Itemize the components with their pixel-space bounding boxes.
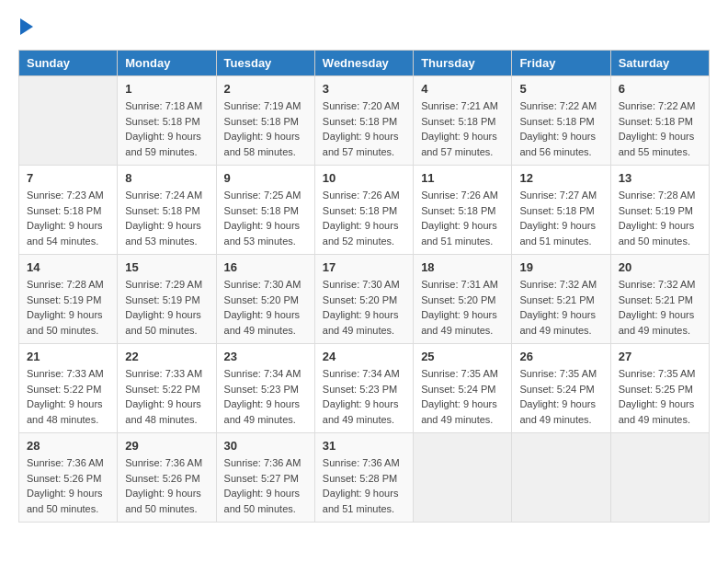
calendar-cell: 15Sunrise: 7:29 AMSunset: 5:19 PMDayligh… (118, 255, 216, 344)
day-info: Sunrise: 7:29 AMSunset: 5:19 PMDaylight:… (125, 277, 208, 338)
day-info: Sunrise: 7:36 AMSunset: 5:27 PMDaylight:… (224, 455, 307, 516)
day-number: 19 (519, 260, 602, 274)
day-number: 10 (323, 171, 405, 185)
day-info: Sunrise: 7:35 AMSunset: 5:24 PMDaylight:… (519, 366, 602, 427)
day-info: Sunrise: 7:33 AMSunset: 5:22 PMDaylight:… (125, 366, 208, 427)
calendar-cell: 8Sunrise: 7:24 AMSunset: 5:18 PMDaylight… (118, 166, 216, 255)
header-sunday: Sunday (19, 51, 118, 76)
page-header (18, 18, 710, 35)
calendar-cell: 22Sunrise: 7:33 AMSunset: 5:22 PMDayligh… (118, 344, 216, 433)
day-number: 22 (125, 350, 208, 363)
day-number: 24 (323, 350, 405, 363)
calendar-cell: 21Sunrise: 7:33 AMSunset: 5:22 PMDayligh… (19, 344, 118, 433)
calendar-header-row: SundayMondayTuesdayWednesdayThursdayFrid… (19, 51, 710, 76)
calendar-table: SundayMondayTuesdayWednesdayThursdayFrid… (18, 50, 710, 523)
day-number: 17 (323, 260, 405, 274)
calendar-cell: 5Sunrise: 7:22 AMSunset: 5:18 PMDaylight… (512, 76, 610, 166)
calendar-cell: 7Sunrise: 7:23 AMSunset: 5:18 PMDaylight… (19, 166, 118, 255)
day-number: 8 (125, 171, 208, 185)
calendar-cell: 17Sunrise: 7:30 AMSunset: 5:20 PMDayligh… (314, 255, 413, 344)
calendar-cell: 25Sunrise: 7:35 AMSunset: 5:24 PMDayligh… (414, 344, 512, 433)
day-number: 14 (27, 260, 109, 274)
calendar-week-3: 14Sunrise: 7:28 AMSunset: 5:19 PMDayligh… (19, 255, 710, 344)
day-number: 31 (323, 439, 405, 453)
calendar-cell: 13Sunrise: 7:28 AMSunset: 5:19 PMDayligh… (610, 166, 709, 255)
svg-marker-0 (20, 18, 33, 35)
day-info: Sunrise: 7:30 AMSunset: 5:20 PMDaylight:… (323, 277, 405, 338)
day-info: Sunrise: 7:35 AMSunset: 5:25 PMDaylight:… (619, 366, 701, 427)
day-number: 5 (519, 82, 602, 96)
header-thursday: Thursday (414, 51, 512, 76)
day-info: Sunrise: 7:36 AMSunset: 5:26 PMDaylight:… (27, 455, 109, 516)
calendar-cell (414, 433, 512, 523)
calendar-cell: 31Sunrise: 7:36 AMSunset: 5:28 PMDayligh… (314, 433, 413, 523)
calendar-cell: 26Sunrise: 7:35 AMSunset: 5:24 PMDayligh… (512, 344, 610, 433)
header-wednesday: Wednesday (314, 51, 413, 76)
calendar-cell: 11Sunrise: 7:26 AMSunset: 5:18 PMDayligh… (414, 166, 512, 255)
day-number: 1 (125, 82, 208, 96)
day-info: Sunrise: 7:36 AMSunset: 5:26 PMDaylight:… (125, 455, 208, 516)
calendar-cell: 12Sunrise: 7:27 AMSunset: 5:18 PMDayligh… (512, 166, 610, 255)
day-number: 15 (125, 260, 208, 274)
day-info: Sunrise: 7:23 AMSunset: 5:18 PMDaylight:… (27, 188, 109, 248)
day-info: Sunrise: 7:22 AMSunset: 5:18 PMDaylight:… (619, 98, 701, 159)
calendar-week-1: 1Sunrise: 7:18 AMSunset: 5:18 PMDaylight… (19, 76, 710, 166)
calendar-cell: 27Sunrise: 7:35 AMSunset: 5:25 PMDayligh… (610, 344, 709, 433)
day-number: 13 (619, 171, 701, 185)
header-monday: Monday (118, 51, 216, 76)
day-number: 28 (27, 439, 109, 453)
calendar-cell: 10Sunrise: 7:26 AMSunset: 5:18 PMDayligh… (314, 166, 413, 255)
calendar-cell: 20Sunrise: 7:32 AMSunset: 5:21 PMDayligh… (610, 255, 709, 344)
day-info: Sunrise: 7:28 AMSunset: 5:19 PMDaylight:… (27, 277, 109, 338)
day-number: 3 (323, 82, 405, 96)
calendar-cell: 2Sunrise: 7:19 AMSunset: 5:18 PMDaylight… (216, 76, 314, 166)
calendar-cell: 4Sunrise: 7:21 AMSunset: 5:18 PMDaylight… (414, 76, 512, 166)
day-number: 30 (224, 439, 307, 453)
calendar-cell: 18Sunrise: 7:31 AMSunset: 5:20 PMDayligh… (414, 255, 512, 344)
calendar-cell: 28Sunrise: 7:36 AMSunset: 5:26 PMDayligh… (19, 433, 118, 523)
calendar-cell: 3Sunrise: 7:20 AMSunset: 5:18 PMDaylight… (314, 76, 413, 166)
day-number: 23 (224, 350, 307, 363)
day-info: Sunrise: 7:31 AMSunset: 5:20 PMDaylight:… (421, 277, 504, 338)
day-number: 12 (519, 171, 602, 185)
calendar-cell: 14Sunrise: 7:28 AMSunset: 5:19 PMDayligh… (19, 255, 118, 344)
calendar-cell (610, 433, 709, 523)
day-info: Sunrise: 7:32 AMSunset: 5:21 PMDaylight:… (519, 277, 602, 338)
day-number: 18 (421, 260, 504, 274)
header-friday: Friday (512, 51, 610, 76)
calendar-cell: 24Sunrise: 7:34 AMSunset: 5:23 PMDayligh… (314, 344, 413, 433)
day-number: 29 (125, 439, 208, 453)
header-tuesday: Tuesday (216, 51, 314, 76)
day-info: Sunrise: 7:21 AMSunset: 5:18 PMDaylight:… (421, 98, 504, 159)
day-number: 20 (619, 260, 701, 274)
day-number: 25 (421, 350, 504, 363)
day-info: Sunrise: 7:22 AMSunset: 5:18 PMDaylight:… (519, 98, 602, 159)
header-saturday: Saturday (610, 51, 709, 76)
calendar-cell: 9Sunrise: 7:25 AMSunset: 5:18 PMDaylight… (216, 166, 314, 255)
calendar-cell: 16Sunrise: 7:30 AMSunset: 5:20 PMDayligh… (216, 255, 314, 344)
calendar-cell: 30Sunrise: 7:36 AMSunset: 5:27 PMDayligh… (216, 433, 314, 523)
day-info: Sunrise: 7:34 AMSunset: 5:23 PMDaylight:… (323, 366, 405, 427)
day-info: Sunrise: 7:26 AMSunset: 5:18 PMDaylight:… (421, 188, 504, 248)
logo-icon (20, 18, 33, 35)
day-info: Sunrise: 7:35 AMSunset: 5:24 PMDaylight:… (421, 366, 504, 427)
calendar-cell: 6Sunrise: 7:22 AMSunset: 5:18 PMDaylight… (610, 76, 709, 166)
day-number: 7 (27, 171, 109, 185)
calendar-cell (512, 433, 610, 523)
day-number: 16 (224, 260, 307, 274)
day-info: Sunrise: 7:24 AMSunset: 5:18 PMDaylight:… (125, 188, 208, 248)
day-info: Sunrise: 7:32 AMSunset: 5:21 PMDaylight:… (619, 277, 701, 338)
day-number: 9 (224, 171, 307, 185)
calendar-cell: 1Sunrise: 7:18 AMSunset: 5:18 PMDaylight… (118, 76, 216, 166)
logo (18, 18, 35, 35)
day-info: Sunrise: 7:25 AMSunset: 5:18 PMDaylight:… (224, 188, 307, 248)
calendar-week-4: 21Sunrise: 7:33 AMSunset: 5:22 PMDayligh… (19, 344, 710, 433)
calendar-cell: 29Sunrise: 7:36 AMSunset: 5:26 PMDayligh… (118, 433, 216, 523)
day-number: 26 (519, 350, 602, 363)
day-info: Sunrise: 7:33 AMSunset: 5:22 PMDaylight:… (27, 366, 109, 427)
calendar-week-5: 28Sunrise: 7:36 AMSunset: 5:26 PMDayligh… (19, 433, 710, 523)
day-number: 11 (421, 171, 504, 185)
day-info: Sunrise: 7:34 AMSunset: 5:23 PMDaylight:… (224, 366, 307, 427)
day-info: Sunrise: 7:26 AMSunset: 5:18 PMDaylight:… (323, 188, 405, 248)
day-number: 4 (421, 82, 504, 96)
